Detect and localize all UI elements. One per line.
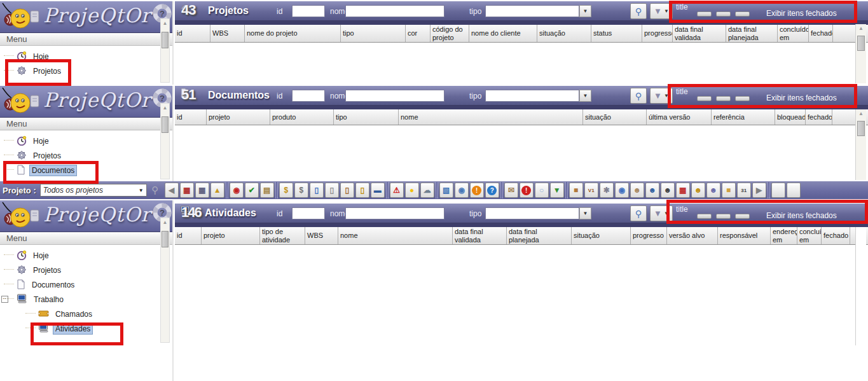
project-selector-dropdown[interactable]: Todos os projetos ▼: [40, 184, 147, 197]
nome-filter-input[interactable]: [345, 90, 444, 102]
sidebar-item-projetos[interactable]: Projetos: [0, 64, 172, 78]
column-header-última-versão[interactable]: última versão: [647, 109, 712, 125]
column-header-nome[interactable]: nome: [338, 227, 453, 244]
alert-orange-icon[interactable]: !: [470, 183, 484, 198]
gantt-print-icon[interactable]: ▲: [210, 183, 224, 198]
filter-button[interactable]: ▼▼: [650, 88, 673, 104]
contact-icon[interactable]: ☻: [661, 183, 675, 198]
column-header-concluído-em[interactable]: concluído em: [797, 227, 822, 244]
column-header-referência[interactable]: referência: [712, 109, 775, 125]
globe-icon[interactable]: ◉: [615, 183, 629, 198]
filter-button[interactable]: ▼▼: [650, 205, 673, 221]
search-button[interactable]: ⚲: [630, 88, 647, 104]
column-header-wbs[interactable]: WBS: [210, 25, 245, 42]
exibir-itens-fechados-label[interactable]: Exibir itens fechados: [766, 9, 837, 18]
sidebar-item-hoje[interactable]: Hoje: [0, 248, 172, 263]
tipo-dropdown-arrow-icon[interactable]: ▼: [579, 5, 591, 17]
play-icon[interactable]: ▶: [752, 183, 766, 198]
sidebar-item-projetos[interactable]: Projetos: [0, 148, 172, 163]
team-icon[interactable]: ☻: [706, 183, 720, 198]
column-header-id[interactable]: id: [175, 109, 207, 125]
checkbox-dash-2[interactable]: [716, 214, 731, 219]
archive-icon[interactable]: ■: [569, 183, 583, 198]
calendar-31-icon[interactable]: 31: [737, 183, 751, 198]
calendar-user-icon[interactable]: ▦: [676, 183, 690, 198]
column-header-wbs[interactable]: WBS: [305, 227, 338, 244]
sidebar-item-trabalho[interactable]: −Trabalho: [0, 292, 172, 307]
sync-icon[interactable]: ◉: [455, 183, 469, 198]
tipo-filter-select[interactable]: [485, 5, 579, 17]
checkbox-dash-3[interactable]: [735, 11, 750, 17]
report-icon[interactable]: ▧: [439, 183, 453, 198]
expense-icon[interactable]: $: [279, 183, 293, 198]
document-plain-icon[interactable]: ▯: [325, 183, 339, 198]
menu-scrollbar[interactable]: ▲: [160, 18, 170, 83]
exibir-itens-fechados-label[interactable]: Exibir itens fechados: [766, 94, 837, 102]
column-header-tipo[interactable]: tipo: [341, 25, 406, 42]
document-cost-icon[interactable]: ▯: [355, 183, 369, 198]
tipo-dropdown-arrow-icon[interactable]: ▼: [579, 90, 591, 102]
column-header-data-final-validada[interactable]: data final validada: [453, 227, 507, 244]
column-header-nome[interactable]: nome: [399, 109, 583, 125]
tree-collapse-icon[interactable]: −: [1, 296, 8, 303]
column-header-endereçado-em[interactable]: endereçado em: [771, 227, 797, 244]
column-header-projeto[interactable]: projeto: [202, 227, 260, 244]
tipo-filter-select[interactable]: [485, 207, 579, 219]
nome-filter-input[interactable]: [345, 207, 444, 219]
checkbox-dash-1[interactable]: [697, 96, 712, 101]
help-icon[interactable]: ?: [485, 183, 499, 198]
document-help-icon[interactable]: ▯: [310, 183, 324, 198]
column-header-projeto[interactable]: projeto: [207, 109, 270, 125]
column-header-situação[interactable]: situação: [583, 109, 647, 125]
risk-icon[interactable]: ⚠: [390, 183, 404, 198]
checkbox-dash-2[interactable]: [716, 96, 731, 101]
column-header-concluído-em[interactable]: concluído em: [778, 25, 809, 42]
column-header-bloqueado[interactable]: bloqueado: [775, 109, 806, 125]
column-header-fechado[interactable]: fechado: [822, 227, 850, 244]
filter-button[interactable]: ▼▼: [650, 3, 673, 19]
tipo-dropdown-arrow-icon[interactable]: ▼: [579, 207, 591, 219]
search-button[interactable]: ⚲: [630, 3, 647, 19]
exibir-itens-fechados-label[interactable]: Exibir itens fechados: [766, 211, 837, 220]
column-header-data-final-planejada[interactable]: data final planejada: [507, 227, 572, 244]
sidebar-item-hoje[interactable]: Hoje: [0, 134, 172, 148]
id-filter-input[interactable]: [292, 207, 325, 219]
user-icon[interactable]: ☻: [630, 183, 644, 198]
checkbox-dash-1[interactable]: [697, 214, 712, 219]
id-filter-input[interactable]: [292, 90, 325, 102]
column-header-id[interactable]: id: [175, 25, 210, 42]
column-header-produto[interactable]: produto: [270, 109, 334, 125]
sidebar-item-documentos[interactable]: Documentos: [0, 277, 172, 292]
column-header-progresso[interactable]: progresso: [631, 227, 667, 244]
column-header-código-do-projeto[interactable]: código do projeto: [431, 25, 469, 42]
opportunity-icon[interactable]: ●: [405, 183, 419, 198]
comment-icon[interactable]: ○: [535, 183, 549, 198]
collapse-toolbar-icon[interactable]: ◀: [165, 183, 179, 198]
checklist-icon[interactable]: ✔: [245, 183, 259, 198]
column-header-cor[interactable]: cor: [406, 25, 431, 42]
agenda-icon[interactable]: ▤: [260, 183, 274, 198]
checkbox-dash-1[interactable]: [697, 11, 712, 17]
send-mail-icon[interactable]: ✉: [504, 183, 518, 198]
content-scrollbar[interactable]: ▲: [855, 24, 866, 83]
column-header-data-final-validada[interactable]: data final validada: [673, 25, 726, 42]
column-header-situação[interactable]: situação: [572, 227, 631, 244]
column-header-progresso[interactable]: progresso: [642, 25, 673, 42]
tipo-filter-select[interactable]: [485, 90, 579, 102]
work-cost-icon[interactable]: ▬: [371, 183, 385, 198]
column-header-data-final-planejada[interactable]: data final planejada: [726, 25, 778, 42]
version-icon[interactable]: V1: [584, 183, 598, 198]
checkbox-dash-2[interactable]: [716, 11, 731, 17]
cost-gear-icon[interactable]: $: [294, 183, 308, 198]
column-header-nome-do-projeto[interactable]: nome do projeto: [245, 25, 341, 42]
column-header-tipo-de-atividade[interactable]: tipo de atividade: [260, 227, 305, 244]
user-session-icon[interactable]: ☻: [645, 183, 659, 198]
sidebar-item-hoje[interactable]: Hoje: [0, 49, 172, 64]
blank-button-2[interactable]: [787, 183, 801, 198]
menu-scrollbar[interactable]: ▲: [160, 103, 170, 179]
nome-filter-input[interactable]: [345, 5, 444, 17]
checkbox-dash-3[interactable]: [735, 214, 750, 219]
column-header-id[interactable]: id: [175, 227, 202, 244]
issue-icon[interactable]: ☁: [420, 183, 434, 198]
column-header-status[interactable]: status: [591, 25, 642, 42]
